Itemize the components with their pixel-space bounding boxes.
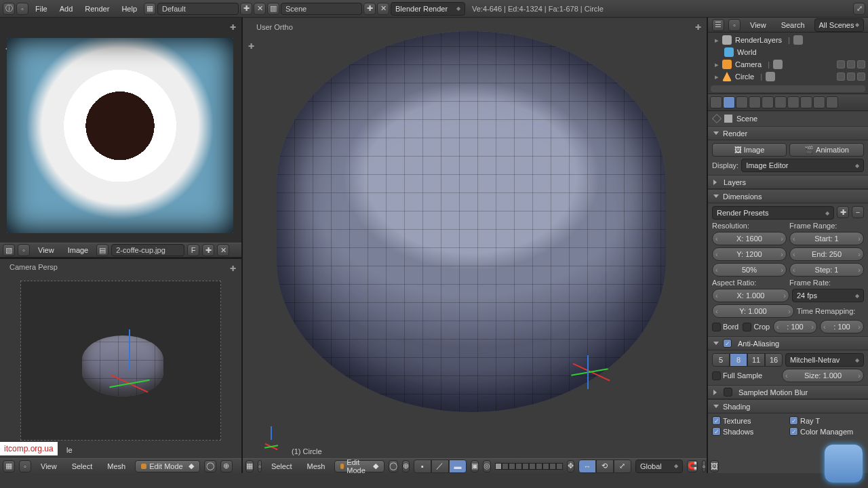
raytracing-checkbox[interactable]: ✓	[789, 416, 798, 425]
cam-editor-menu-icon[interactable]: ◦	[19, 460, 31, 472]
rotate-icon[interactable]: ⟲	[596, 460, 614, 473]
panel-smb-header[interactable]: Sampled Motion Blur	[708, 386, 868, 399]
vp-menu-mesh[interactable]: Mesh	[301, 462, 330, 470]
face-select-icon[interactable]: ▬	[449, 460, 467, 473]
crop-checkbox[interactable]	[743, 323, 751, 331]
render-image-button[interactable]: 🖼 Image	[712, 143, 787, 157]
window-menu-icon[interactable]: ◦	[16, 3, 28, 15]
render-preview-icon[interactable]: 🖼	[710, 460, 719, 472]
image-add-icon[interactable]: ✚	[202, 244, 214, 256]
textures-checkbox[interactable]: ✓	[712, 416, 721, 425]
render-animation-button[interactable]: 🎬 Animation	[789, 143, 864, 157]
image-browse-icon[interactable]: ▤	[96, 244, 108, 256]
outliner-row-camera[interactable]: ▸Camera|	[711, 58, 865, 70]
aa-11[interactable]: 11	[747, 353, 765, 367]
frame-start-field[interactable]: Start: 1	[789, 232, 864, 245]
shadows-checkbox[interactable]: ✓	[712, 427, 721, 436]
aspect-x-field[interactable]: X: 1.000	[712, 289, 789, 302]
vp-menu-select[interactable]: Select	[266, 462, 298, 470]
outliner-view[interactable]: View	[745, 21, 772, 29]
outliner-row-circle[interactable]: ▸Circle|	[711, 70, 865, 83]
image-editor-type-icon[interactable]: ▧	[3, 244, 15, 256]
aa-8[interactable]: 8	[730, 353, 747, 367]
cam-menu-select[interactable]: Select	[66, 462, 98, 470]
aa-16[interactable]: 16	[765, 353, 783, 367]
panel-shading-header[interactable]: Shading	[708, 400, 868, 413]
pivot-icon[interactable]: ⊕	[402, 460, 410, 472]
smb-enable-checkbox[interactable]	[724, 388, 732, 396]
data-tab-icon[interactable]	[800, 96, 812, 108]
menu-file[interactable]: File	[30, 5, 53, 13]
border-checkbox[interactable]	[712, 323, 721, 331]
res-y-field[interactable]: Y: 1200	[712, 247, 787, 261]
scene-tab-icon[interactable]	[736, 96, 748, 108]
restrict-view-icon[interactable]	[837, 73, 845, 81]
scene-field[interactable]: Scene	[281, 3, 362, 15]
restrict-view-icon[interactable]	[837, 60, 845, 68]
vp-region-right-icon[interactable]: ✚	[695, 23, 701, 32]
outliner-scrollbar[interactable]	[711, 85, 865, 92]
edge-select-icon[interactable]: ／	[431, 460, 449, 473]
img-menu-image[interactable]: Image	[62, 246, 94, 254]
layer-buttons[interactable]	[495, 463, 563, 470]
cam-menu-view[interactable]: View	[35, 462, 62, 470]
menu-add[interactable]: Add	[54, 5, 79, 13]
screen-layout-field[interactable]: Default	[157, 3, 239, 15]
render-tab-icon[interactable]	[723, 96, 735, 108]
restrict-select-icon[interactable]	[847, 73, 855, 81]
cam-shading-icon[interactable]: ◯	[204, 460, 216, 472]
remap-new-field[interactable]: : 100	[820, 320, 864, 333]
color-mgmt-checkbox[interactable]: ✓	[789, 427, 798, 436]
texture-tab-icon[interactable]	[826, 96, 838, 108]
panel-dimensions-header[interactable]: Dimensions	[708, 190, 868, 203]
render-presets-select[interactable]: Render Presets	[712, 206, 834, 220]
restrict-render-icon[interactable]	[857, 60, 865, 68]
outliner-search[interactable]: Search	[776, 21, 810, 29]
render-engine-select[interactable]: Blender Render	[391, 2, 465, 16]
constraints-tab-icon[interactable]	[774, 96, 787, 108]
vp-editor-menu-icon[interactable]: ◦	[258, 460, 262, 472]
cam-menu-mesh[interactable]: Mesh	[102, 462, 131, 470]
cam-pivot-icon[interactable]: ⊕	[220, 460, 233, 472]
gizmo-z-axis[interactable]	[587, 355, 589, 389]
outliner-type-icon[interactable]: ☰	[712, 19, 724, 31]
material-tab-icon[interactable]	[813, 96, 825, 108]
menu-help[interactable]: Help	[116, 5, 142, 13]
scene-browse-icon[interactable]: ▥	[267, 3, 279, 15]
orientation-select[interactable]: Global	[635, 460, 683, 473]
frame-step-field[interactable]: Step: 1	[789, 263, 864, 277]
vertex-select-icon[interactable]: ▪	[414, 460, 431, 473]
img-menu-view[interactable]: View	[33, 246, 60, 254]
prop-edit-icon[interactable]: ◎	[483, 460, 491, 472]
scene-add-icon[interactable]: ✚	[363, 3, 376, 15]
world-tab-icon[interactable]	[749, 96, 761, 108]
outliner-filter-select[interactable]: All Scenes	[814, 18, 864, 32]
outliner-menu-icon[interactable]: ◦	[728, 19, 741, 31]
manipulator-toggle-icon[interactable]: ✥	[567, 460, 574, 472]
region-toggle-icon[interactable]: ✚	[230, 23, 236, 32]
restrict-render-icon[interactable]	[857, 73, 865, 81]
full-sample-checkbox[interactable]	[712, 371, 721, 380]
viewport-shading-icon[interactable]: ◯	[389, 460, 398, 472]
snap-element-icon[interactable]: ▫	[702, 460, 706, 472]
outliner-row-renderlayers[interactable]: ▸RenderLayers|	[711, 34, 865, 46]
scene-del-icon[interactable]: ✕	[377, 3, 389, 15]
display-select[interactable]: Image Editor	[741, 159, 864, 172]
manipulator-mode[interactable]: ↔⟲⤢	[578, 460, 631, 473]
modifiers-tab-icon[interactable]	[787, 96, 800, 108]
fps-select[interactable]: 24 fps	[792, 289, 864, 302]
cup-mesh[interactable]	[277, 31, 666, 412]
vp-mode-select[interactable]: Edit Mode◆	[334, 460, 384, 472]
preset-add-icon[interactable]: ✚	[837, 206, 849, 218]
aa-5[interactable]: 5	[712, 353, 730, 367]
aa-filter-select[interactable]: Mitchell-Netrav	[785, 353, 864, 367]
translate-icon[interactable]: ↔	[578, 460, 596, 473]
snap-toggle-icon[interactable]: 🧲	[687, 460, 698, 472]
panel-render-header[interactable]: Render	[708, 127, 868, 140]
cam-region-toggle-icon[interactable]: ✚	[230, 264, 236, 273]
outliner-row-world[interactable]: World	[711, 46, 865, 58]
aa-enable-checkbox[interactable]: ✓	[723, 339, 732, 348]
image-editor-menu-icon[interactable]: ◦	[18, 244, 30, 256]
properties-type-icon[interactable]	[710, 96, 722, 108]
object-tab-icon[interactable]	[762, 96, 774, 108]
